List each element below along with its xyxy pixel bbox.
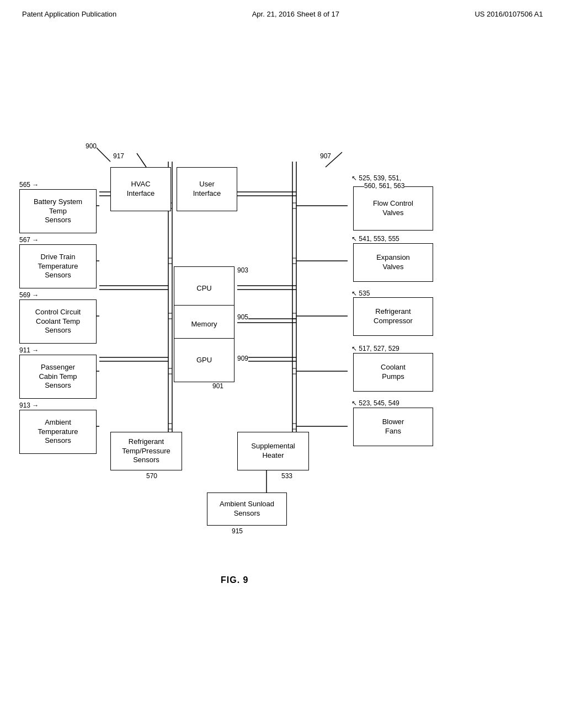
header-left: Patent Application Publication: [22, 10, 116, 18]
ambient-temp-box: AmbientTemperatureSensors: [19, 410, 97, 454]
flow-control-label: Flow ControlValves: [373, 199, 413, 218]
refrigerant-compressor-label: RefrigerantCompressor: [374, 307, 413, 326]
expansion-valves-ref: ↖ 541, 553, 555: [351, 235, 399, 243]
gpu-box: GPU: [174, 338, 234, 382]
expansion-valves-label: ExpansionValves: [376, 253, 410, 272]
refrigerant-compressor-box: RefrigerantCompressor: [353, 297, 433, 336]
header-right: US 2016/0107506 A1: [475, 10, 543, 18]
flow-control-ref: ↖ 525, 539, 551,: [351, 174, 401, 182]
supplemental-heater-ref: 533: [281, 472, 292, 480]
gpu-ref: 909: [237, 355, 248, 362]
user-interface-label: UserInterface: [193, 180, 221, 199]
passenger-cabin-box: PassengerCabin TempSensors: [19, 355, 97, 399]
blower-fans-ref: ↖ 523, 545, 549: [351, 399, 399, 407]
header-middle: Apr. 21, 2016 Sheet 8 of 17: [252, 10, 339, 18]
gpu-label: GPU: [196, 356, 212, 365]
battery-temp-ref: 565 →: [19, 181, 39, 189]
svg-line-35: [137, 153, 146, 167]
memory-label: Memory: [191, 320, 217, 329]
coolant-pumps-label: CoolantPumps: [381, 363, 406, 382]
coolant-pumps-box: CoolantPumps: [353, 353, 433, 392]
flow-control-ref2: 560, 561, 563: [364, 182, 404, 190]
battery-temp-label: Battery SystemTempSensors: [34, 197, 82, 226]
drivetrain-temp-ref: 567 →: [19, 236, 39, 244]
user-interface-box: UserInterface: [177, 167, 237, 211]
blower-fans-label: BlowerFans: [382, 417, 404, 436]
battery-temp-box: Battery SystemTempSensors: [19, 189, 97, 233]
memory-ref: 905: [237, 313, 248, 321]
cpu-label: CPU: [196, 284, 211, 293]
fig-label: FIG. 9: [221, 575, 248, 585]
cpu-ref: 903: [237, 266, 248, 274]
hvac-interface-ref: 917: [113, 152, 124, 160]
control-circuit-ref: 569 →: [19, 291, 39, 299]
refrigerant-compressor-ref: ↖ 535: [351, 290, 370, 297]
control-circuit-box: Control CircuitCoolant TempSensors: [19, 299, 97, 344]
passenger-cabin-ref: 911 →: [19, 346, 39, 354]
drivetrain-temp-label: Drive TrainTemperatureSensors: [38, 253, 78, 281]
flow-control-box: Flow ControlValves: [353, 186, 433, 231]
cpu-box: CPU: [174, 266, 234, 311]
diagram: 900 HVACInterface 917 UserInterface 907 …: [0, 35, 565, 641]
supplemental-heater-label: SupplementalHeater: [251, 442, 295, 461]
hvac-interface-label: HVACInterface: [127, 180, 155, 199]
passenger-cabin-label: PassengerCabin TempSensors: [39, 363, 77, 391]
expansion-valves-box: ExpansionValves: [353, 243, 433, 282]
ambient-sunload-ref: 915: [232, 527, 243, 535]
blower-fans-box: BlowerFans: [353, 408, 433, 446]
supplemental-heater-box: SupplementalHeater: [237, 432, 309, 470]
ambient-temp-label: AmbientTemperatureSensors: [38, 418, 78, 446]
refrigerant-temp-pressure-box: RefrigerantTemp/PressureSensors: [110, 432, 182, 470]
ambient-sunload-label: Ambient SunloadSensors: [220, 500, 274, 518]
ambient-sunload-box: Ambient SunloadSensors: [207, 493, 287, 526]
gpu-sub-ref: 901: [212, 382, 223, 390]
drivetrain-temp-box: Drive TrainTemperatureSensors: [19, 244, 97, 288]
page-header: Patent Application Publication Apr. 21, …: [0, 0, 565, 18]
diagram-label: 900: [86, 142, 97, 150]
hvac-interface-box: HVACInterface: [110, 167, 171, 211]
refrigerant-temp-pressure-label: RefrigerantTemp/PressureSensors: [122, 437, 170, 465]
ambient-temp-ref: 913 →: [19, 402, 39, 409]
control-circuit-label: Control CircuitCoolant TempSensors: [35, 308, 81, 336]
refrigerant-temp-pressure-ref: 570: [146, 472, 157, 480]
coolant-pumps-ref: ↖ 517, 527, 529: [351, 345, 399, 352]
user-interface-ref: 907: [320, 152, 331, 160]
